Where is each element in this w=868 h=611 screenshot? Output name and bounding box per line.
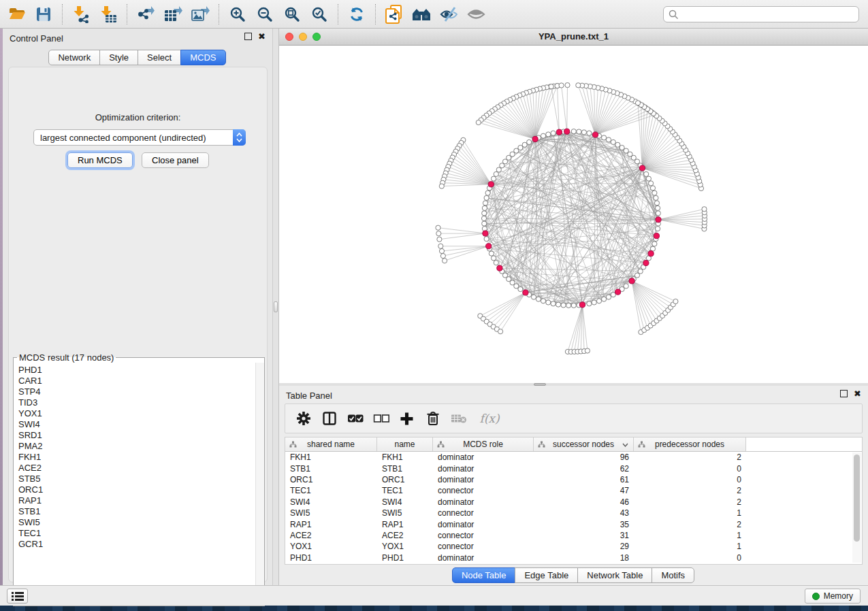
- add-column-button[interactable]: [397, 408, 417, 429]
- delete-column-icon: [426, 411, 440, 426]
- close-panel-button[interactable]: Close panel: [142, 152, 209, 168]
- tab-network[interactable]: Network: [48, 50, 100, 65]
- scrollbar-thumb[interactable]: [854, 455, 860, 542]
- import-table-button[interactable]: [95, 2, 122, 27]
- network-graph[interactable]: [279, 46, 868, 383]
- optimization-criterion-select[interactable]: largest connected component (undirected): [33, 129, 246, 146]
- float-panel-icon[interactable]: [244, 33, 252, 40]
- tab-motifs[interactable]: Motifs: [652, 567, 694, 583]
- export-network-icon: [137, 5, 155, 23]
- column-selector-button[interactable]: [319, 408, 339, 429]
- network-window-titlebar[interactable]: YPA_prune.txt_1: [279, 29, 868, 46]
- optimization-criterion-label: Optimization criterion:: [9, 112, 267, 122]
- function-builder-button: f(x): [475, 408, 504, 429]
- close-panel-icon[interactable]: ✖: [258, 33, 266, 40]
- table-cell: 61: [534, 475, 634, 484]
- table-cell: dominator: [433, 553, 534, 563]
- delete-column-button[interactable]: [423, 408, 443, 429]
- memory-button[interactable]: Memory: [805, 589, 861, 604]
- column-header-name[interactable]: name: [377, 437, 433, 451]
- vertical-splitter[interactable]: [272, 29, 279, 585]
- table-settings-gear-icon: [296, 411, 311, 426]
- column-header-MCDS-role[interactable]: MCDS role: [433, 437, 534, 451]
- column-header-successor-nodes[interactable]: successor nodes: [534, 437, 634, 451]
- zoom-selected-button[interactable]: [306, 2, 333, 27]
- table-settings-gear-button[interactable]: [293, 408, 313, 429]
- mcds-result-list[interactable]: PHD1CAR1STP4TID3YOX1SWI4SRD1PMA2FKH1ACE2…: [14, 363, 255, 606]
- float-panel-icon[interactable]: [840, 390, 848, 397]
- hide-graphics-details-button[interactable]: [435, 2, 462, 27]
- table-cell: 0: [634, 475, 746, 484]
- show-graphics-details-button[interactable]: [462, 2, 489, 27]
- binoculars-button[interactable]: [408, 2, 435, 27]
- tab-select[interactable]: Select: [138, 50, 181, 65]
- column-header-predecessor-nodes[interactable]: predecessor nodes: [634, 437, 746, 451]
- tab-network-table[interactable]: Network Table: [577, 567, 652, 583]
- mcds-result-item[interactable]: FKH1: [18, 452, 255, 463]
- deselect-all-rows-button[interactable]: [371, 408, 391, 429]
- table-cell: ACE2: [377, 531, 433, 540]
- select-all-rows-icon: [347, 414, 364, 423]
- zoom-in-button[interactable]: [224, 2, 251, 27]
- mcds-result-item[interactable]: PMA2: [18, 441, 255, 452]
- table-row[interactable]: PHD1PHD1dominator180: [285, 552, 852, 563]
- table-row[interactable]: ACE2ACE2connector311: [285, 530, 852, 541]
- search-input[interactable]: [679, 9, 858, 20]
- mcds-result-item[interactable]: STP4: [18, 386, 255, 397]
- table-row[interactable]: YOX1YOX1connector291: [285, 541, 852, 552]
- tab-node-table[interactable]: Node Table: [452, 567, 516, 583]
- status-bar: Memory: [0, 585, 868, 606]
- mcds-result-item[interactable]: PHD1: [18, 365, 255, 376]
- table-cell: FKH1: [285, 452, 377, 462]
- table-row[interactable]: STB1STB1dominator620: [285, 463, 852, 474]
- table-row[interactable]: FKH1FKH1dominator962: [285, 452, 852, 463]
- splitter-grip[interactable]: [274, 301, 278, 312]
- table-cell: YOX1: [285, 542, 377, 551]
- mcds-result-item[interactable]: CAR1: [18, 376, 255, 386]
- zoom-fit-button[interactable]: [278, 2, 306, 27]
- tab-mcds[interactable]: MCDS: [180, 50, 225, 65]
- column-header-shared-name[interactable]: shared name: [285, 437, 377, 451]
- tab-style[interactable]: Style: [99, 50, 138, 65]
- binoculars-icon: [412, 7, 431, 22]
- table-row[interactable]: RAP1RAP1dominator352: [285, 518, 852, 529]
- mcds-result-item[interactable]: STB5: [18, 474, 255, 484]
- mcds-result-item[interactable]: STB1: [18, 506, 255, 517]
- mcds-result-item[interactable]: TID3: [18, 397, 255, 408]
- mcds-result-item[interactable]: GCR1: [18, 539, 255, 550]
- mcds-result-item[interactable]: YOX1: [18, 408, 255, 419]
- save-session-button[interactable]: [30, 2, 57, 27]
- export-network-button[interactable]: [132, 2, 159, 27]
- table-row[interactable]: TEC1TEC1connector472: [285, 485, 852, 496]
- table-toolbar: f(x): [285, 403, 863, 433]
- mcds-list-scrollbar[interactable]: [255, 363, 264, 606]
- close-panel-icon[interactable]: ✖: [854, 390, 861, 397]
- zoom-out-button[interactable]: [251, 2, 278, 27]
- select-all-rows-button[interactable]: [345, 408, 365, 429]
- export-image-button[interactable]: [187, 2, 214, 27]
- network-canvas[interactable]: [279, 46, 868, 383]
- selected-criterion: largest connected component (undirected): [40, 133, 206, 143]
- toolbar-separator: [375, 4, 376, 24]
- refresh-button[interactable]: [343, 2, 370, 27]
- run-mcds-button[interactable]: Run MCDS: [67, 152, 133, 168]
- mcds-result-item[interactable]: ACE2: [18, 463, 255, 474]
- table-scrollbar[interactable]: [852, 452, 861, 563]
- mcds-result-item[interactable]: RAP1: [18, 495, 255, 506]
- open-file-button[interactable]: [3, 2, 30, 27]
- mcds-result-item[interactable]: SRD1: [18, 430, 255, 441]
- table-row[interactable]: SWI4SWI4dominator462: [285, 497, 852, 508]
- mcds-result-item[interactable]: TEC1: [18, 528, 255, 539]
- share-network-button[interactable]: [381, 2, 408, 27]
- import-network-button[interactable]: [67, 2, 95, 27]
- mcds-result-item[interactable]: SWI5: [18, 517, 255, 528]
- search-icon: [669, 10, 679, 20]
- mcds-result-item[interactable]: ORC1: [18, 484, 255, 495]
- search-box[interactable]: [663, 6, 859, 22]
- task-history-button[interactable]: [7, 589, 28, 604]
- table-row[interactable]: SWI5SWI5connector431: [285, 508, 852, 518]
- tab-edge-table[interactable]: Edge Table: [515, 567, 578, 583]
- export-table-button[interactable]: [159, 2, 187, 27]
- table-row[interactable]: ORC1ORC1dominator610: [285, 474, 852, 485]
- mcds-result-item[interactable]: SWI4: [18, 419, 255, 430]
